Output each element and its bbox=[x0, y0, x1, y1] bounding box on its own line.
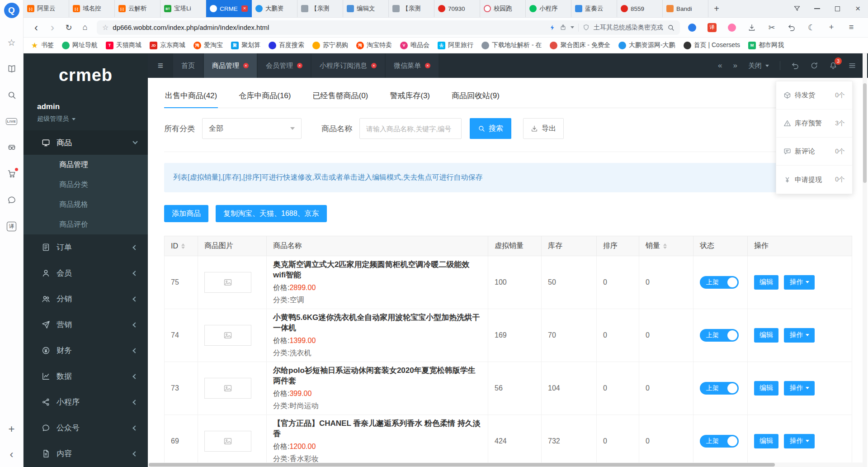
browser-tab[interactable]: 校园跑 bbox=[480, 0, 526, 17]
add-icon[interactable]: + bbox=[826, 23, 836, 33]
bookmark-item[interactable]: V 唯品会 bbox=[400, 41, 429, 49]
shopping-cart-icon[interactable] bbox=[6, 168, 17, 179]
new-tab-button[interactable]: + bbox=[708, 0, 725, 17]
browser-tab[interactable]: 【亲测 bbox=[389, 0, 434, 17]
bookmark-item[interactable]: T 天猫商城 bbox=[106, 41, 142, 49]
stock-cell[interactable]: 104 bbox=[542, 362, 597, 415]
undo-icon[interactable] bbox=[791, 62, 799, 70]
nav-tab-close-icon[interactable] bbox=[425, 63, 430, 68]
browser-tab[interactable]: 8559 bbox=[617, 0, 663, 17]
submenu-item[interactable]: 商品分类 bbox=[24, 175, 148, 195]
chevron-down-icon[interactable] bbox=[571, 26, 574, 30]
emoji-icon[interactable] bbox=[727, 23, 737, 33]
nav-tab[interactable]: 会员管理 bbox=[258, 53, 311, 78]
favorites-star-icon[interactable]: ☆ bbox=[6, 37, 17, 48]
edit-button[interactable]: 编辑 bbox=[754, 434, 778, 448]
translate-icon[interactable]: 译 bbox=[6, 221, 17, 232]
sort-cell[interactable]: 0 bbox=[597, 415, 639, 467]
browser-tab[interactable]: [-] 域名控 bbox=[69, 0, 115, 17]
submenu-item[interactable]: 商品评价 bbox=[24, 214, 148, 234]
sidebar-toggle-icon[interactable]: ≡ bbox=[148, 53, 173, 78]
virtual-sales-cell[interactable]: 169 bbox=[488, 309, 542, 362]
bookmark-item[interactable]: JD 京东商城 bbox=[150, 41, 185, 49]
bookmark-item[interactable]: 首页 | Cosersets bbox=[684, 41, 740, 49]
sidebar-menu-item[interactable]: 内容 bbox=[24, 441, 148, 467]
translate-icon[interactable]: 译 bbox=[707, 23, 717, 33]
sort-cell[interactable]: 0 bbox=[597, 309, 639, 362]
stock-cell[interactable]: 732 bbox=[542, 415, 597, 467]
more-actions-button[interactable]: 操作 bbox=[784, 275, 815, 290]
export-button[interactable]: 导出 bbox=[523, 118, 564, 139]
download-icon[interactable] bbox=[747, 23, 757, 33]
chat-icon[interactable] bbox=[6, 195, 17, 205]
status-toggle[interactable]: 上架 bbox=[700, 329, 739, 342]
bookmark-page-star-icon[interactable]: ☆ bbox=[102, 23, 108, 32]
virtual-sales-cell[interactable]: 100 bbox=[488, 256, 542, 309]
search-icon[interactable] bbox=[667, 24, 675, 31]
more-actions-button[interactable]: 操作 bbox=[784, 434, 815, 448]
minimize-button[interactable] bbox=[807, 0, 827, 17]
notifications-bell-icon[interactable]: 3 bbox=[829, 62, 837, 70]
accelerate-bolt-icon[interactable] bbox=[549, 24, 556, 31]
browser-tab[interactable]: 编辑文 bbox=[343, 0, 389, 17]
sidebar-menu-item[interactable]: 会员 bbox=[24, 260, 148, 286]
sidebar-menu-item[interactable]: 营销 bbox=[24, 312, 148, 338]
status-toggle[interactable]: 上架 bbox=[700, 435, 739, 448]
vertical-scrollbar-thumb[interactable] bbox=[863, 83, 867, 183]
browser-tab[interactable]: Bandi bbox=[663, 0, 708, 17]
shield-icon[interactable] bbox=[583, 24, 590, 31]
browser-tab[interactable]: BT 宝塔Li bbox=[160, 0, 206, 17]
scroll-tabs-right-icon[interactable]: » bbox=[733, 61, 737, 70]
browser-tab[interactable]: 小程序 bbox=[526, 0, 571, 17]
maximize-button[interactable] bbox=[827, 0, 848, 17]
product-image-placeholder[interactable] bbox=[204, 378, 251, 399]
edit-button[interactable]: 编辑 bbox=[754, 275, 778, 290]
organize-tabs-icon[interactable] bbox=[787, 0, 807, 17]
status-tab[interactable]: 仓库中商品(16) bbox=[238, 84, 292, 108]
search-button[interactable]: 搜索 bbox=[470, 118, 511, 139]
status-tab[interactable]: 警戒库存(3) bbox=[389, 84, 431, 108]
nav-tab-close-icon[interactable] bbox=[371, 63, 377, 68]
close-tabs-dropdown[interactable]: 关闭 bbox=[748, 62, 769, 70]
status-toggle[interactable]: 上架 bbox=[700, 276, 739, 289]
bookmark-item[interactable]: 去 阿里旅行 bbox=[438, 41, 473, 49]
url-omnibox[interactable]: ☆ dp666.wobbt.com/index.php/admin/Index/… bbox=[97, 20, 680, 35]
status-tab[interactable]: 已经售罄商品(0) bbox=[311, 84, 369, 108]
browser-tab[interactable]: CRME bbox=[206, 0, 252, 17]
edit-button[interactable]: 编辑 bbox=[754, 381, 778, 396]
user-role-dropdown[interactable]: 超级管理员 bbox=[37, 115, 148, 123]
product-image-placeholder[interactable] bbox=[204, 431, 251, 452]
bookmark-item[interactable]: 淘 爱淘宝 bbox=[193, 41, 223, 49]
sidebar-menu-item[interactable]: 公众号 bbox=[24, 415, 148, 441]
scroll-tabs-left-icon[interactable]: « bbox=[718, 61, 722, 70]
copy-product-button[interactable]: 复制淘宝、天猫、1688、京东 bbox=[216, 205, 327, 222]
forward-button[interactable]: › bbox=[44, 19, 61, 36]
close-window-button[interactable]: × bbox=[848, 0, 868, 17]
more-actions-button[interactable]: 操作 bbox=[784, 328, 815, 343]
virtual-sales-cell[interactable]: 56 bbox=[488, 362, 542, 415]
category-select[interactable]: 全部 bbox=[202, 118, 302, 139]
sidebar-menu-item[interactable]: 订单 bbox=[24, 234, 148, 260]
sidebar-menu-item[interactable]: 分销 bbox=[24, 286, 148, 312]
notice-item[interactable]: 新评论 0个 bbox=[776, 138, 852, 166]
nav-tab-close-icon[interactable] bbox=[243, 63, 249, 68]
browser-tab[interactable]: 蓝奏云 bbox=[571, 0, 617, 17]
history-undo-icon[interactable] bbox=[787, 23, 797, 33]
bookmark-item[interactable]: 网址导航 bbox=[62, 41, 98, 49]
bookmark-item[interactable]: 苏宁易购 bbox=[312, 41, 348, 49]
product-image-placeholder[interactable] bbox=[204, 272, 251, 293]
add-panel-icon[interactable]: + bbox=[8, 423, 14, 435]
more-actions-button[interactable]: 操作 bbox=[784, 381, 815, 396]
product-name-input[interactable] bbox=[359, 118, 462, 139]
bookmark-item[interactable]: 下载地址解析 - 在 bbox=[481, 41, 542, 49]
bookmark-item[interactable]: M 都市网我 bbox=[748, 41, 784, 49]
sidebar-item-goods[interactable]: 商品 bbox=[24, 130, 148, 155]
sidebar-menu-item[interactable]: 财务 bbox=[24, 338, 148, 363]
assistant-icon[interactable] bbox=[687, 23, 697, 33]
refresh-icon[interactable] bbox=[810, 62, 818, 70]
bookmark-item[interactable]: ★ 书签 bbox=[31, 41, 54, 49]
nav-tab[interactable]: 小程序订阅消息 bbox=[311, 53, 385, 78]
browser-tab[interactable]: [-] 阿里云 bbox=[24, 0, 69, 17]
search-icon[interactable] bbox=[6, 90, 17, 100]
submenu-item[interactable]: 商品规格 bbox=[24, 195, 148, 214]
